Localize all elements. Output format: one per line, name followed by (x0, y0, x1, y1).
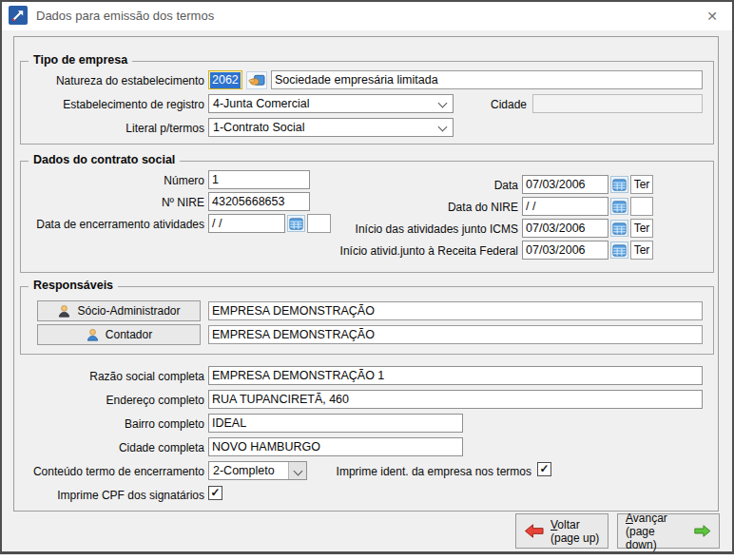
data-nire-weekday-box (630, 197, 653, 216)
screenshot-stage: Dados para emissão dos termos ✕ Tipo de … (0, 0, 734, 560)
data-nire-input[interactable] (522, 197, 608, 216)
contador-button-label: Contador (106, 328, 152, 341)
group-responsaveis-title: Responsáveis (29, 279, 118, 292)
registro-label: Estabelecimento de registro (13, 98, 204, 111)
socio-name-field: EMPRESA DEMONSTRAÇÃO (208, 301, 703, 320)
icms-date-input[interactable] (522, 219, 608, 238)
receita-weekday-box: Ter (630, 241, 653, 260)
calendar-icon (612, 178, 627, 192)
contador-name-field: EMPRESA DEMONSTRAÇÃO (208, 325, 703, 344)
calendar-icon (612, 222, 627, 236)
numero-label: Número (13, 174, 204, 187)
imprime-ident-label: Imprime ident. da empresa nos termos (306, 465, 531, 478)
cidade-completa-input[interactable] (208, 437, 463, 456)
data-calendar-button[interactable] (610, 176, 628, 193)
group-tipo-empresa-title: Tipo de empresa (29, 53, 132, 67)
registro-combobox[interactable]: 4-Junta Comercial (208, 94, 454, 113)
cidade-label: Cidade (449, 98, 527, 111)
chevron-down-icon (438, 99, 448, 108)
voltar-label: Voltar (550, 518, 599, 531)
titlebar: Dados para emissão dos termos ✕ (2, 2, 732, 30)
lookup-hand-icon (248, 73, 265, 87)
data-weekday-box: Ter (630, 175, 653, 194)
icms-calendar-button[interactable] (610, 220, 628, 237)
socio-administrador-button[interactable]: Sócio-Administrador (37, 300, 201, 321)
literal-label: Literal p/termos (13, 122, 204, 135)
avancar-sublabel: (page down) (626, 525, 681, 551)
arrow-left-red-icon (524, 523, 544, 539)
close-icon[interactable]: ✕ (700, 7, 724, 26)
data-nire-calendar-button[interactable] (610, 198, 628, 215)
data-input[interactable] (522, 175, 608, 194)
nire-label: Nº NIRE (13, 196, 204, 209)
razao-label: Razão social completa (13, 370, 204, 383)
conteudo-label: Conteúdo termo de encerramento (13, 465, 204, 478)
cidade-field (532, 94, 703, 113)
voltar-button[interactable]: Voltar (page up) (515, 513, 608, 549)
avancar-button[interactable]: Avançar (page down) (617, 513, 720, 549)
calendar-icon (612, 243, 627, 258)
receita-date-input[interactable] (522, 241, 608, 260)
group-contrato-title: Dados do contrato social (29, 153, 180, 166)
socio-button-label: Sócio-Administrador (77, 304, 180, 318)
avancar-label: Avançar (626, 512, 681, 525)
dialog-window: Dados para emissão dos termos ✕ Tipo de … (0, 0, 734, 554)
literal-value: 1-Contrato Social (213, 121, 305, 134)
contador-button[interactable]: Contador (37, 324, 201, 345)
combo-button (288, 462, 306, 479)
bairro-label: Bairro completo (13, 417, 204, 431)
bairro-input[interactable] (208, 414, 463, 433)
chevron-down-icon (438, 123, 448, 132)
app-icon (9, 6, 28, 25)
voltar-sublabel: (page up) (550, 531, 599, 545)
encerramento-label: Data de encerramento atividades (13, 218, 204, 231)
imprime-cpf-label: Imprime CPF dos signatários (13, 489, 204, 502)
data-nire-label: Data do NIRE (273, 201, 518, 214)
receita-label: Início ativid.junto à Receita Federal (273, 244, 518, 258)
literal-combobox[interactable]: 1-Contrato Social (208, 118, 454, 137)
endereco-input[interactable] (208, 390, 703, 409)
receita-calendar-button[interactable] (610, 241, 628, 259)
endereco-label: Endereço completo (13, 394, 204, 407)
razao-input[interactable] (208, 366, 703, 385)
icms-weekday-box: Ter (630, 219, 653, 238)
person-dark-icon (57, 304, 71, 319)
person-blue-icon (86, 328, 100, 342)
arrow-right-green-icon (694, 523, 711, 539)
cidade-completa-label: Cidade completa (13, 441, 204, 454)
natureza-desc-field: Sociedade empresária limitada (271, 70, 703, 89)
imprime-cpf-checkbox[interactable]: ✓ (208, 486, 222, 500)
chevron-down-icon (294, 467, 303, 476)
data-label: Data (273, 179, 518, 192)
conteudo-value: 2-Completo (213, 464, 275, 477)
natureza-code-selected-text: 2062 (210, 72, 241, 88)
registro-value: 4-Junta Comercial (213, 97, 309, 110)
imprime-ident-checkbox[interactable]: ✓ (537, 462, 551, 476)
calendar-icon (612, 200, 627, 214)
icms-label: Início das atividades junto ICMS (273, 222, 518, 236)
natureza-label: Natureza do estabelecimento (13, 74, 204, 87)
conteudo-combobox[interactable]: 2-Completo (208, 461, 307, 480)
natureza-lookup-button[interactable] (246, 71, 267, 89)
natureza-code-input[interactable]: 2062 (208, 70, 242, 89)
window-title: Dados para emissão dos termos (36, 9, 214, 23)
